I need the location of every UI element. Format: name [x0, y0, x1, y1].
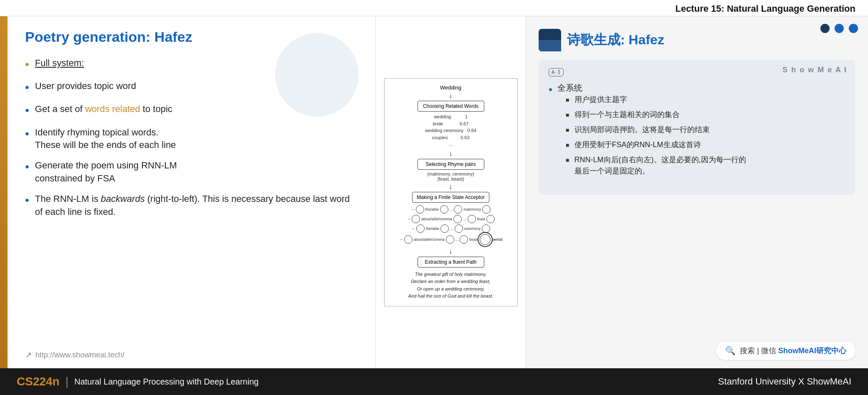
zh-sub-text-2: 得到一个与主题相关的词的集合	[574, 109, 680, 120]
link-url: http://www.showmeai.tech/	[35, 351, 124, 359]
diagram-poem: The greatest gift of holy matrimony, Dec…	[390, 271, 512, 300]
center-diagram-panel: Wedding ↓ Choosing Related Words wedding…	[376, 16, 526, 368]
fsa-row-2: → about/able/comma ... feast	[390, 215, 512, 223]
footer-divider: |	[66, 375, 68, 388]
stanford-showmeai-text: Stanford University X ShowMeAI	[718, 376, 851, 387]
fsa-node	[440, 205, 448, 214]
fsa-row-1: → the/able ... matrimony	[390, 205, 512, 214]
fsa-node	[412, 215, 420, 223]
diagram-node-1: Choosing Related Words	[418, 101, 484, 112]
showmeai-label: S h o w M e A I	[782, 66, 847, 74]
zh-top-label: 全系统	[557, 83, 582, 92]
diagram-box: Wedding ↓ Choosing Related Words wedding…	[384, 78, 518, 306]
fsa-node	[486, 215, 495, 223]
fsa-node	[404, 235, 412, 244]
orange-sidebar-bar	[0, 16, 8, 368]
diagram-node-2: Selecting Rhyme pairs	[418, 159, 484, 170]
search-bar[interactable]: 🔍 搜索 | 微信 ShowMeAI研究中心	[716, 341, 855, 360]
link-icon: ↗	[25, 350, 32, 360]
bullet-dot-4: •	[25, 125, 29, 142]
bullet-text-1: Full system:	[35, 57, 84, 70]
bullet-text-4: Identify rhyming topical words.These wil…	[35, 126, 176, 152]
right-title-row: 诗歌生成: Hafez	[539, 29, 855, 51]
highlighted-words: words related	[85, 104, 140, 114]
search-bold-text: ShowMeAI研究中心	[778, 347, 846, 355]
fsa-node	[446, 235, 454, 244]
fsa-row-3: → the/able ... ceremony	[390, 224, 512, 233]
dot-1	[820, 24, 830, 33]
bullet-dot-5: •	[25, 158, 29, 175]
zh-sub-text-5: RNN-LM向后(自右向左)。这是必要的,因为每一行的最后一个词是固定的。	[574, 154, 746, 177]
right-panel-title: 诗歌生成: Hafez	[567, 31, 664, 49]
fsa-diagram: → the/able ... matrimony → about/able/co…	[390, 205, 512, 245]
course-code: CS224n	[17, 375, 60, 388]
zh-sub-text-3: 识别局部词语押韵。这将是每一行的结束	[574, 124, 710, 135]
zh-sub-list: ■ 用户提供主题字 ■ 得到一个与主题相关的词的集合 ■ 识别局部词语押韵。这将…	[566, 94, 746, 177]
diagram-curly: {matrimony, ceremony}{feast, beast}	[390, 171, 512, 181]
diagram-top-word: Wedding	[390, 84, 512, 91]
zh-dot-top: •	[549, 82, 552, 98]
right-panel: 诗歌生成: Hafez S h o w M e A I A·I • 全系统 ■ …	[526, 16, 868, 368]
dot-3	[849, 24, 858, 33]
footer-subtitle: Natural Language Processing with Deep Le…	[74, 377, 258, 387]
showme-card: S h o w M e A I A·I • 全系统 ■ 用户提供主题字 ■	[539, 60, 855, 195]
diag-arrow-2: ↓	[390, 150, 512, 157]
italic-backwards: backwards	[101, 194, 145, 204]
dot-2	[835, 24, 844, 33]
diagram-node-3: Making a Finite State Acceptor	[412, 192, 489, 203]
ai-badge: A·I	[549, 68, 564, 76]
zh-sub-text-4: 使用受制于FSA的RNN-LM生成这首诗	[574, 139, 701, 150]
zh-top-item: • 全系统 ■ 用户提供主题字 ■ 得到一个与主题相关的词的集合	[549, 82, 845, 181]
footer-left: CS224n | Natural Language Processing wit…	[17, 375, 258, 388]
search-text: 搜索 | 微信 ShowMeAI研究中心	[740, 346, 846, 356]
fsa-node	[416, 205, 424, 214]
fsa-node	[455, 224, 463, 233]
footer-right: Stanford University X ShowMeAI	[718, 376, 851, 387]
bottom-link: ↗ http://www.showmeai.tech/	[25, 350, 124, 360]
diagram-word-list: wedding 1 bride 0.67 wedding ceremony 0.…	[390, 113, 512, 148]
bullet-dot-6: •	[25, 192, 29, 208]
diagram-node-4: Extracting a fluent Path	[418, 257, 484, 268]
bullet-item-6: • The RNN-LM is backwards (right-to-left…	[25, 193, 359, 219]
bullet-dot-1: •	[25, 56, 29, 72]
main-content: Poetry generation: Hafez • Full system: …	[0, 16, 868, 368]
fsa-node	[482, 224, 490, 233]
right-icon	[539, 29, 561, 51]
fsa-node-double	[480, 234, 491, 245]
zh-sub-item-1: ■ 用户提供主题字	[566, 94, 746, 105]
zh-sub-item-2: ■ 得到一个与主题相关的词的集合	[566, 109, 746, 120]
diag-arrow-1: ↓	[390, 92, 512, 99]
diag-arrow-3: ↓	[390, 183, 512, 190]
fsa-node	[454, 205, 462, 214]
bullet-text-3: Get a set of words related to topic	[35, 103, 172, 116]
fsa-node	[453, 215, 462, 223]
bullet-item-4: • Identify rhyming topical words.These w…	[25, 126, 359, 152]
fsa-node	[416, 224, 425, 233]
zh-square-3: ■	[566, 126, 569, 135]
zh-bullet-list: • 全系统 ■ 用户提供主题字 ■ 得到一个与主题相关的词的集合	[549, 82, 845, 181]
left-panel: Poetry generation: Hafez • Full system: …	[0, 16, 376, 368]
lecture-title: Lecture 15: Natural Language Generation	[675, 3, 855, 14]
zh-top-text: 全系统 ■ 用户提供主题字 ■ 得到一个与主题相关的词的集合 ■	[557, 82, 746, 181]
zh-square-1: ■	[566, 96, 569, 104]
fsa-node	[482, 205, 491, 214]
bullet-text-2: User provides topic word	[35, 80, 136, 93]
fsa-node	[460, 235, 468, 244]
fsa-row-4: → about/able/comma ... beast period	[390, 234, 512, 245]
zh-square-4: ■	[566, 141, 569, 150]
bullet-dot-2: •	[25, 79, 29, 95]
nav-dots	[820, 24, 858, 33]
bullet-underline-text: Full system:	[35, 58, 84, 68]
bullet-text-6: The RNN-LM is backwards (right-to-left).…	[35, 193, 359, 219]
bg-decorative-circle	[275, 33, 359, 117]
zh-square-5: ■	[566, 156, 569, 165]
bullet-text-5: Generate the poem using RNN-LMconstraine…	[35, 159, 177, 185]
zh-sub-item-5: ■ RNN-LM向后(自右向左)。这是必要的,因为每一行的最后一个词是固定的。	[566, 154, 746, 177]
zh-sub-text-1: 用户提供主题字	[574, 94, 627, 105]
search-icon: 🔍	[725, 346, 736, 356]
fsa-node	[468, 215, 476, 223]
diag-arrow-4: ↓	[390, 247, 512, 255]
zh-square-2: ■	[566, 111, 569, 120]
bullet-item-5: • Generate the poem using RNN-LMconstrai…	[25, 159, 359, 185]
fsa-node	[440, 224, 449, 233]
